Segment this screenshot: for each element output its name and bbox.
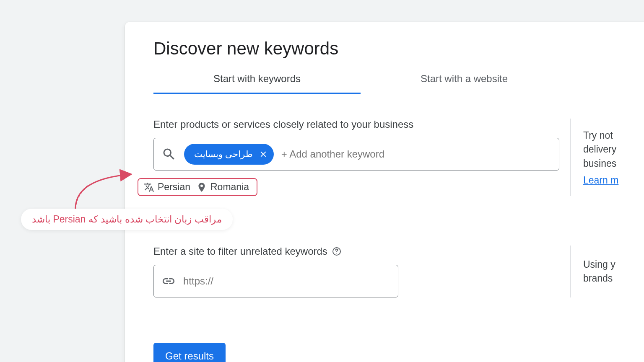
svg-point-1 bbox=[336, 253, 337, 254]
help-icon[interactable] bbox=[332, 246, 342, 256]
hint-text-bottom: Using y brands bbox=[583, 258, 615, 286]
keywords-section: Enter products or services closely relat… bbox=[153, 119, 644, 196]
keyword-chip-text: طراحی وبسایت bbox=[194, 149, 253, 159]
location-pin-icon bbox=[196, 182, 207, 193]
keywords-label: Enter products or services closely relat… bbox=[153, 119, 559, 130]
site-input-box[interactable] bbox=[153, 265, 398, 297]
keyword-chip[interactable]: طراحی وبسایت bbox=[184, 144, 274, 165]
keywords-input-box[interactable]: طراحی وبسایت bbox=[153, 138, 559, 171]
keywords-hint-col: Try not delivery busines Learn m bbox=[570, 119, 618, 196]
link-icon bbox=[161, 274, 176, 288]
language-location-selector[interactable]: Persian Romania bbox=[138, 178, 257, 196]
learn-more-link[interactable]: Learn m bbox=[583, 175, 618, 186]
site-hint-col: Using y brands bbox=[570, 246, 615, 297]
site-main: Enter a site to filter unrelated keyword… bbox=[153, 246, 559, 297]
site-section: Enter a site to filter unrelated keyword… bbox=[153, 246, 644, 297]
page-title: Discover new keywords bbox=[125, 39, 644, 59]
translate-icon bbox=[143, 182, 154, 193]
search-icon bbox=[161, 147, 177, 162]
keywords-main: Enter products or services closely relat… bbox=[153, 119, 559, 196]
tabs: Start with keywords Start with a website bbox=[153, 70, 644, 94]
site-label: Enter a site to filter unrelated keyword… bbox=[153, 246, 559, 257]
close-icon[interactable] bbox=[259, 150, 268, 159]
keyword-planner-card: Discover new keywords Start with keyword… bbox=[125, 22, 644, 362]
add-keyword-input[interactable] bbox=[281, 148, 551, 160]
get-results-button[interactable]: Get results bbox=[153, 343, 226, 362]
location-value: Romania bbox=[210, 181, 249, 193]
site-url-input[interactable] bbox=[183, 275, 390, 287]
hint-text-top: Try not delivery busines bbox=[583, 129, 618, 171]
tab-start-website[interactable]: Start with a website bbox=[361, 70, 568, 94]
site-label-text: Enter a site to filter unrelated keyword… bbox=[153, 246, 327, 257]
annotation-bubble: مراقب زبان انتخاب شده باشید که Persian ب… bbox=[21, 209, 233, 230]
tab-start-keywords[interactable]: Start with keywords bbox=[153, 70, 361, 94]
language-value: Persian bbox=[158, 181, 190, 193]
